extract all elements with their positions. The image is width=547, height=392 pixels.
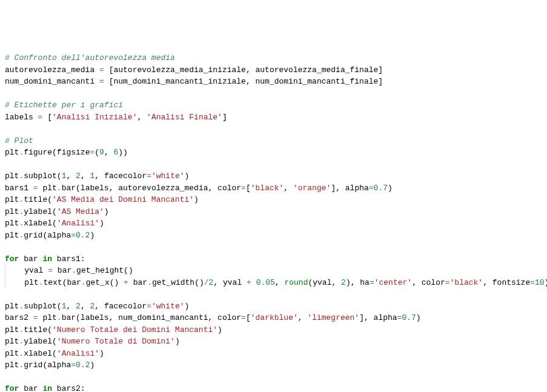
- code-block: # Confronto dell'autorevolezza mediaauto…: [5, 52, 542, 392]
- code-token: ,: [81, 171, 90, 181]
- code-token: grid(alpha: [24, 231, 71, 240]
- code-line: labels = ['Analisi Iniziale', 'Analisi F…: [5, 111, 542, 124]
- code-token: 'AS Media dei Domini Mancanti': [52, 195, 194, 204]
- code-token: for: [5, 384, 19, 392]
- code-token: subplot(: [24, 302, 61, 311]
- code-line: plt.subplot(1, 2, 2, facecolor='white'): [5, 301, 542, 313]
- code-token: 'black': [450, 278, 483, 287]
- code-token: grid(alpha: [24, 360, 71, 370]
- code-token: 2: [76, 302, 81, 311]
- code-line: plt.grid(alpha=0.2): [5, 359, 542, 371]
- code-token: ylabel(: [24, 337, 57, 346]
- code-token: ), ha: [346, 278, 370, 287]
- code-token: # Confronto dell'autorevolezza media: [5, 53, 175, 62]
- code-token: ,: [81, 302, 90, 311]
- code-token: =: [48, 266, 53, 275]
- code-token: ], alpha: [331, 184, 368, 193]
- code-token: =: [33, 313, 38, 322]
- code-token: ,: [275, 278, 285, 287]
- code-token: plt: [5, 171, 19, 181]
- code-line: # Plot: [5, 135, 542, 147]
- code-token: plt: [5, 302, 19, 311]
- code-token: 'AS Media': [57, 207, 104, 216]
- code-token: [251, 278, 256, 287]
- code-token: ): [194, 195, 199, 204]
- code-token: (: [94, 148, 99, 157]
- code-token: plt: [5, 195, 19, 204]
- code-token: , facecolor: [94, 171, 147, 181]
- code-token: 'Analisi': [57, 219, 99, 228]
- code-token: bars2:: [52, 384, 85, 392]
- code-line: [5, 159, 542, 171]
- code-token: xlabel(: [24, 219, 57, 228]
- code-token: title(: [24, 195, 52, 204]
- code-token: ], alpha: [359, 313, 397, 322]
- code-token: )): [118, 148, 128, 157]
- code-token: =: [99, 65, 104, 75]
- code-line: [5, 371, 542, 384]
- code-token: =: [530, 278, 535, 287]
- code-line: plt.title('Numero Totale dei Domini Manc…: [5, 324, 542, 336]
- code-token: =: [445, 278, 450, 287]
- code-token: 'center': [374, 278, 412, 287]
- code-token: ): [175, 337, 180, 346]
- code-line: for bar in bars1:: [5, 253, 542, 265]
- code-token: ): [90, 231, 94, 240]
- code-token: ): [185, 171, 190, 181]
- code-token: [autorevolezza_media_iniziale, autorevol…: [104, 65, 383, 75]
- code-token: 2: [76, 171, 81, 181]
- code-token: 0.2: [76, 231, 90, 240]
- code-token: .: [71, 266, 76, 275]
- code-token: , fontsize: [483, 278, 530, 287]
- code-token: ,: [283, 184, 293, 193]
- code-token: [: [246, 313, 251, 322]
- code-line: # Etichette per i grafici: [5, 99, 542, 111]
- code-token: =: [33, 184, 38, 193]
- code-token: ): [388, 184, 393, 193]
- code-token: get_x(): [86, 278, 124, 287]
- code-token: 'white': [151, 171, 185, 181]
- code-token: labels: [5, 113, 38, 122]
- code-token: yval: [24, 266, 48, 275]
- code-token: ]: [222, 113, 227, 122]
- code-token: 0.2: [76, 360, 90, 370]
- code-token: [: [42, 113, 52, 122]
- code-token: =: [71, 360, 76, 370]
- code-token: 'white': [151, 302, 185, 311]
- code-token: 'darkblue': [251, 313, 298, 322]
- code-token: ): [99, 219, 104, 228]
- code-line: plt.text(bar.get_x() + bar.get_width()/2…: [5, 277, 542, 289]
- code-line: plt.title('AS Media dei Domini Mancanti'…: [5, 194, 542, 206]
- indent-guide: [5, 265, 24, 277]
- code-token: .: [81, 278, 86, 287]
- code-token: bar: [53, 266, 71, 275]
- code-token: =: [370, 278, 374, 287]
- code-token: +: [124, 278, 128, 287]
- code-token: =: [147, 302, 151, 311]
- code-line: plt.subplot(1, 2, 1, facecolor='white'): [5, 170, 542, 182]
- code-token: plt: [5, 231, 19, 240]
- code-line: # Confronto dell'autorevolezza media: [5, 52, 542, 64]
- code-token: .: [57, 184, 62, 193]
- code-token: 0.05: [256, 278, 275, 287]
- code-token: text(bar: [43, 278, 81, 287]
- code-token: bar(labels, autorevolezza_media, color: [62, 184, 241, 193]
- code-line: plt.xlabel('Analisi'): [5, 348, 542, 360]
- code-token: ): [90, 360, 94, 370]
- code-token: # Etichette per i grafici: [5, 101, 123, 110]
- code-token: xlabel(: [24, 349, 57, 358]
- code-token: (yval,: [308, 278, 341, 287]
- code-token: 'limegreen': [307, 313, 359, 322]
- code-token: plt: [5, 207, 19, 216]
- code-token: 10: [535, 278, 545, 287]
- code-token: =: [71, 231, 76, 240]
- code-token: , facecolor: [94, 302, 147, 311]
- code-line: plt.figure(figsize=(9, 6)): [5, 147, 542, 159]
- code-line: plt.ylabel('AS Media'): [5, 206, 542, 218]
- code-token: 9: [99, 148, 104, 157]
- code-token: num_domini_mancanti: [5, 77, 99, 86]
- code-token: bars2: [5, 313, 33, 322]
- code-token: bar: [19, 254, 42, 264]
- code-token: 'Analisi Finale': [147, 113, 222, 122]
- code-line: autorevolezza_media = [autorevolezza_med…: [5, 64, 542, 76]
